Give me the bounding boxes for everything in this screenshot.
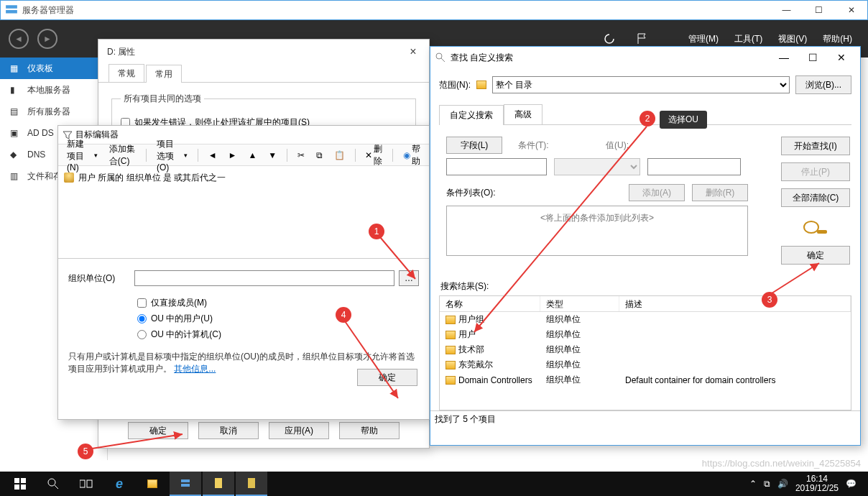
nav-back-button[interactable]: ◄ [9, 29, 29, 49]
move-left-icon[interactable]: ◄ [204, 148, 221, 162]
target-ok-button[interactable]: 确定 [357, 369, 417, 386]
adds-icon: ▣ [10, 128, 20, 138]
move-down-icon[interactable]: ▼ [264, 148, 281, 162]
computers-in-ou-radio[interactable] [137, 330, 147, 339]
ou-icon [445, 376, 456, 385]
condition-list-box[interactable]: <将上面的条件添加到此列表> [446, 206, 748, 256]
remove-condition-button[interactable]: 删除(R) [692, 184, 748, 201]
server-manager-task[interactable] [170, 472, 201, 496]
common-options-legend: 所有项目共同的选项 [121, 93, 204, 105]
field-button[interactable]: 字段(L) [446, 137, 502, 154]
ou-browse-button[interactable]: … [399, 270, 419, 286]
move-up-icon[interactable]: ▲ [244, 148, 261, 162]
direct-members-label: 仅直接成员(M) [151, 297, 207, 309]
condition-select[interactable] [554, 158, 640, 175]
add-set-button[interactable]: 添加集合(C) [105, 141, 141, 170]
col-name[interactable]: 名称 [440, 296, 540, 311]
props-help-button[interactable]: 帮助 [339, 422, 400, 439]
target-rule-row[interactable]: 用户 所属的 组织单位 是 或其后代之一 [64, 170, 423, 185]
copy-icon[interactable]: ⧉ [312, 148, 327, 162]
folder-icon [476, 81, 486, 89]
users-in-ou-radio[interactable] [137, 314, 147, 323]
find-maximize-button[interactable]: ☐ [798, 47, 827, 68]
menu-manage[interactable]: 管理(M) [688, 33, 719, 45]
explorer-button[interactable] [137, 472, 168, 496]
flag-icon[interactable] [637, 33, 648, 45]
tray-network-icon[interactable]: ⧉ [764, 479, 770, 489]
refresh-icon[interactable] [604, 33, 615, 45]
find-ok-button[interactable]: 确定 [781, 246, 850, 265]
scope-select[interactable]: 整个 目录 [492, 76, 790, 93]
stop-button[interactable]: 停止(P) [781, 162, 850, 181]
direct-members-checkbox[interactable] [137, 298, 147, 308]
scope-browse-button[interactable]: 浏览(B)... [795, 75, 851, 94]
new-item-button[interactable]: 新建项目(N) [63, 136, 102, 175]
props-apply-button[interactable]: 应用(A) [269, 422, 329, 439]
find-now-button[interactable]: 开始查找(I) [781, 137, 850, 155]
ie-button[interactable]: e [103, 472, 135, 496]
result-row[interactable]: Domain Controllers组织单位Default container … [440, 372, 851, 387]
paste-icon[interactable]: 📋 [330, 148, 349, 162]
taskbar: e ⌃ ⧉ 🔊 16:14 2019/12/25 💬 [0, 472, 868, 496]
ou-icon [445, 361, 456, 369]
result-row[interactable]: 用户组组织单位 [440, 312, 851, 327]
sidebar-item-local-server[interactable]: ▮本地服务器 [0, 79, 107, 101]
tab-general[interactable]: 常规 [108, 64, 144, 82]
props-cancel-button[interactable]: 取消 [198, 422, 259, 439]
search-button[interactable] [37, 472, 69, 496]
properties-close-button[interactable]: × [402, 45, 425, 58]
task-view-button[interactable] [70, 472, 102, 496]
target-editor-dialog: 目标编辑器 新建项目(N) 添加集合(C) 项目选项(O) ◄ ► ▲ ▼ ✂ … [57, 125, 430, 420]
server-manager-title: 服务器管理器 [22, 4, 770, 17]
tab-custom-search[interactable]: 自定义搜索 [439, 105, 504, 125]
props-ok-button[interactable]: 确定 [128, 422, 188, 439]
properties-title: D: 属性 [107, 46, 135, 58]
move-right-icon[interactable]: ► [224, 148, 241, 162]
close-button[interactable]: ✕ [835, 0, 867, 20]
aduc-task[interactable] [236, 472, 267, 496]
menu-help[interactable]: 帮助(H) [823, 33, 852, 45]
field-input[interactable] [446, 158, 547, 175]
taskbar-clock[interactable]: 16:14 2019/12/25 [795, 474, 839, 493]
value-input[interactable] [647, 158, 741, 175]
svg-rect-1 [6, 10, 17, 14]
maximize-button[interactable]: ☐ [803, 0, 835, 20]
sidebar-item-dashboard[interactable]: ▦仪表板 [0, 58, 107, 79]
users-in-ou-label: OU 中的用户(U) [151, 313, 213, 325]
tray-sound-icon[interactable]: 🔊 [777, 479, 788, 489]
tray-up-icon[interactable]: ⌃ [749, 479, 757, 489]
result-row[interactable]: 技术部组织单位 [440, 342, 851, 357]
item-options-button[interactable]: 项目选项(O) [152, 136, 192, 175]
ou-rule-icon [64, 173, 74, 183]
svg-point-15 [48, 479, 55, 486]
servers-icon: ▤ [10, 106, 20, 116]
sidebar-item-all-servers[interactable]: ▤所有服务器 [0, 101, 107, 122]
ou-input[interactable] [134, 270, 394, 286]
menu-view[interactable]: 视图(V) [778, 33, 807, 45]
tray-notifications-icon[interactable]: 💬 [846, 479, 857, 489]
help-button[interactable]: ◉ 帮助 [399, 141, 425, 170]
ou-icon [445, 316, 456, 324]
result-row[interactable]: 东莞戴尔组织单位 [440, 357, 851, 372]
results-grid[interactable]: 名称 类型 描述 用户组组织单位用户组织单位技术部组织单位东莞戴尔组织单位Dom… [439, 295, 851, 410]
clear-all-button[interactable]: 全部清除(C) [781, 188, 850, 207]
result-row[interactable]: 用户组织单位 [440, 327, 851, 342]
add-condition-button[interactable]: 添加(A) [629, 184, 685, 201]
nav-forward-button[interactable]: ► [37, 29, 57, 49]
find-minimize-button[interactable]: — [770, 47, 798, 68]
cut-icon[interactable]: ✂ [293, 148, 309, 162]
col-type[interactable]: 类型 [540, 296, 619, 311]
tab-common[interactable]: 常用 [146, 65, 182, 83]
tab-advanced[interactable]: 高级 [504, 104, 542, 124]
find-close-button[interactable]: ✕ [827, 47, 856, 68]
gpmc-task[interactable] [203, 472, 234, 496]
minimize-button[interactable]: — [770, 0, 803, 20]
delete-button[interactable]: ✕ 删除 [361, 141, 387, 170]
target-rule-list[interactable]: 用户 所属的 组织单位 是 或其后代之一 [58, 166, 429, 258]
svg-rect-19 [181, 479, 190, 482]
find-status-bar: 找到了 5 个项目 [430, 410, 860, 428]
start-button[interactable] [4, 472, 36, 496]
col-desc[interactable]: 描述 [619, 296, 851, 311]
other-info-link[interactable]: 其他信息... [174, 364, 216, 374]
menu-tools[interactable]: 工具(T) [734, 33, 762, 45]
